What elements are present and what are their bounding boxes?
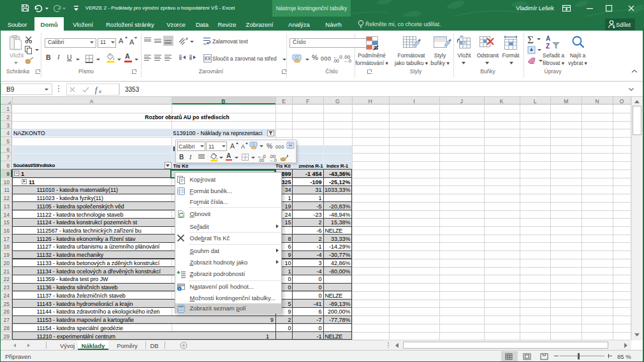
svg-text:A: A bbox=[546, 35, 550, 42]
svg-text:Z: Z bbox=[546, 43, 550, 50]
svg-text:x: x bbox=[98, 88, 101, 94]
svg-text:f: f bbox=[95, 85, 98, 94]
svg-text:i: i bbox=[179, 286, 180, 291]
